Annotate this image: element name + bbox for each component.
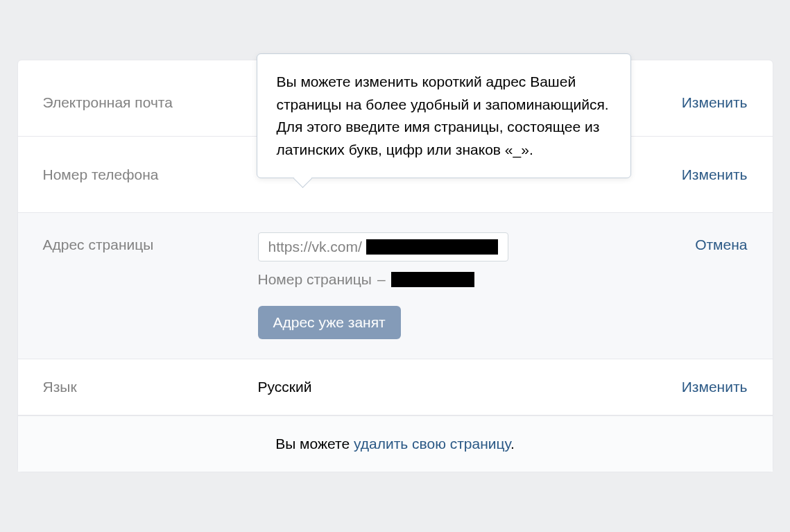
delete-page-link[interactable]: удалить свою страницу xyxy=(354,436,510,452)
address-status-button[interactable]: Адрес уже занят xyxy=(258,306,401,339)
dash: – xyxy=(377,271,386,288)
page-number-redacted xyxy=(391,272,474,287)
page-address-input[interactable]: https://vk.com/ xyxy=(258,232,508,261)
delete-footer: Вы можете удалить свою страницу. xyxy=(18,415,773,472)
address-help-tooltip: Вы можете изменить короткий адрес Вашей … xyxy=(257,53,631,178)
url-prefix: https://vk.com/ xyxy=(268,239,362,255)
row-language: Язык Русский Изменить xyxy=(18,359,773,415)
language-value: Русский xyxy=(258,379,609,395)
language-change-link[interactable]: Изменить xyxy=(609,379,748,395)
footer-suffix: . xyxy=(510,436,515,452)
footer-prefix: Вы можете xyxy=(275,436,354,452)
row-page-address: Вы можете изменить короткий адрес Вашей … xyxy=(18,213,773,359)
page-number-line: Номер страницы – xyxy=(258,271,474,288)
language-label: Язык xyxy=(43,379,258,395)
address-label: Адрес страницы xyxy=(43,232,258,253)
phone-label: Номер телефона xyxy=(43,166,258,183)
address-controls: https://vk.com/ Номер страницы – Адрес у… xyxy=(258,232,609,339)
url-slug-redacted xyxy=(366,239,498,255)
settings-card: Электронная почта Изменить Номер телефон… xyxy=(17,60,773,472)
address-cancel-link[interactable]: Отмена xyxy=(609,232,748,253)
email-label: Электронная почта xyxy=(43,94,258,111)
page-number-prefix: Номер страницы xyxy=(258,271,372,288)
